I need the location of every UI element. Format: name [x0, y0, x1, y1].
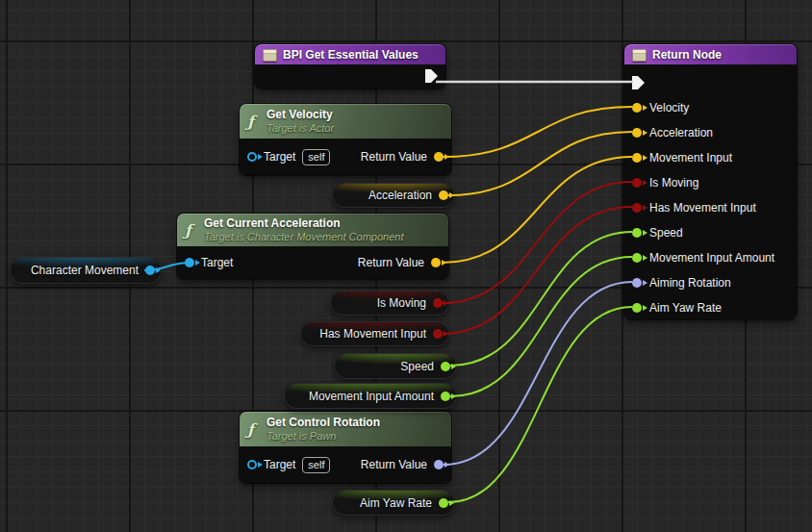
- node-return[interactable]: Return Node Velocity Acceleration Moveme…: [624, 44, 797, 319]
- pin-label: Return Value: [358, 256, 424, 269]
- var-node-aim-yaw-rate[interactable]: Aim Yaw Rate: [332, 490, 455, 516]
- var-node-label: Aim Yaw Rate: [360, 496, 432, 510]
- var-node-label: Character Movement: [31, 264, 139, 277]
- output-pin[interactable]: [433, 329, 443, 339]
- node-subtitle: Target is Character Movement Component: [204, 231, 403, 244]
- node-header[interactable]: ƒ Get Velocity Target is Actor: [240, 104, 451, 139]
- blueprint-graph-canvas[interactable]: BPI Get Essential Values Return Node Vel…: [0, 0, 812, 532]
- var-node-character-movement[interactable]: Character Movement: [10, 257, 162, 284]
- pin-label: Has Movement Input: [649, 201, 756, 215]
- var-node-label: Has Movement Input: [319, 327, 426, 341]
- pure-function-icon: ƒ: [247, 114, 261, 130]
- pin-label: Target: [264, 458, 295, 471]
- node-title: BPI Get Essential Values: [283, 48, 419, 62]
- wire-aiming-rotation[interactable]: [444, 282, 632, 465]
- target-input-pin[interactable]: [247, 152, 257, 162]
- return-pin-row-speed: Speed: [624, 220, 797, 245]
- output-pin[interactable]: [441, 392, 450, 401]
- return-pin-row-aiming-rotation: Aiming Rotation: [624, 270, 797, 295]
- pin-label: Speed: [649, 226, 683, 240]
- node-title: Get Control Rotation: [266, 416, 380, 430]
- wire-aim-yaw-rate[interactable]: [448, 307, 632, 502]
- return-pin-row-aim-yaw-rate: Aim Yaw Rate: [624, 295, 797, 320]
- return-pin-row-has-movement-input: Has Movement Input: [624, 195, 797, 220]
- wire-is-moving[interactable]: [442, 182, 632, 303]
- var-node-label: Movement Input Amount: [309, 390, 434, 403]
- pin-label: Acceleration: [649, 126, 713, 139]
- return-value-output-pin[interactable]: [434, 152, 444, 162]
- exec-input-row: [624, 70, 797, 95]
- pin-label: Aiming Rotation: [649, 276, 731, 290]
- input-pin-has-movement-input[interactable]: [632, 203, 642, 213]
- node-header[interactable]: BPI Get Essential Values: [255, 44, 445, 64]
- wire-acceleration[interactable]: [448, 132, 632, 195]
- exec-output-pin[interactable]: [425, 69, 438, 83]
- self-default-value[interactable]: self: [302, 149, 330, 165]
- output-pin[interactable]: [433, 298, 443, 308]
- return-pin-row-movement-input-amount: Movement Input Amount: [624, 245, 797, 270]
- pure-function-icon: ƒ: [185, 223, 198, 239]
- input-pin-is-moving[interactable]: [632, 178, 642, 188]
- output-pin[interactable]: [439, 498, 448, 508]
- input-pin-acceleration[interactable]: [632, 128, 642, 138]
- target-input-pin[interactable]: [185, 258, 194, 267]
- target-input-pin[interactable]: [247, 460, 257, 469]
- event-node-icon: [263, 49, 277, 62]
- input-pin-movement-input-amount[interactable]: [632, 253, 642, 263]
- input-pin-aim-yaw-rate[interactable]: [632, 303, 642, 313]
- return-value-output-pin[interactable]: [431, 258, 441, 267]
- node-get-current-acceleration[interactable]: ƒ Get Current Acceleration Target is Cha…: [177, 214, 448, 279]
- var-node-has-movement-input[interactable]: Has Movement Input: [300, 321, 449, 346]
- var-node-speed[interactable]: Speed: [334, 353, 457, 379]
- node-bpi-get-essential-values[interactable]: BPI Get Essential Values: [255, 44, 445, 89]
- var-node-acceleration[interactable]: Acceleration: [332, 183, 455, 208]
- return-pin-row-is-moving: Is Moving: [624, 170, 797, 195]
- pin-label: Target: [201, 256, 233, 269]
- wire-velocity[interactable]: [444, 107, 632, 157]
- pin-label: Velocity: [649, 101, 689, 114]
- var-node-is-moving[interactable]: Is Moving: [330, 291, 449, 316]
- output-pin[interactable]: [439, 190, 448, 200]
- return-value-output-pin[interactable]: [434, 460, 444, 469]
- node-title: Return Node: [652, 48, 722, 62]
- input-pin-speed[interactable]: [632, 228, 642, 238]
- node-title: Get Velocity: [266, 108, 334, 122]
- wire-movement-input-amount[interactable]: [450, 257, 632, 396]
- return-pin-row-movement-input: Movement Input: [624, 145, 797, 170]
- wire-movement-input[interactable]: [442, 157, 632, 263]
- node-get-velocity[interactable]: ƒ Get Velocity Target is Actor Target se…: [240, 104, 451, 175]
- node-get-control-rotation[interactable]: ƒ Get Control Rotation Target is Pawn Ta…: [240, 412, 451, 483]
- exec-input-pin[interactable]: [632, 76, 645, 89]
- node-header[interactable]: Return Node: [624, 44, 797, 64]
- pin-label: Target: [264, 150, 295, 164]
- input-pin-movement-input[interactable]: [632, 153, 642, 163]
- return-pin-row-acceleration: Acceleration: [624, 120, 797, 145]
- input-pin-aiming-rotation[interactable]: [632, 278, 642, 288]
- pure-function-icon: ƒ: [247, 422, 261, 438]
- input-pin-velocity[interactable]: [632, 103, 642, 113]
- node-header[interactable]: ƒ Get Control Rotation Target is Pawn: [240, 412, 451, 446]
- return-pin-row-velocity: Velocity: [624, 95, 797, 120]
- output-pin[interactable]: [145, 266, 155, 275]
- output-pin[interactable]: [441, 362, 450, 371]
- pin-label: Return Value: [361, 458, 427, 471]
- pin-label: Aim Yaw Rate: [649, 301, 722, 315]
- pin-label: Movement Input Amount: [649, 251, 774, 265]
- pin-label: Movement Input: [649, 151, 732, 165]
- node-title: Get Current Acceleration: [204, 216, 403, 231]
- self-default-value[interactable]: self: [302, 457, 330, 473]
- pin-label: Is Moving: [649, 176, 698, 190]
- node-subtitle: Target is Actor: [266, 122, 334, 136]
- var-node-label: Is Moving: [377, 296, 426, 310]
- node-subtitle: Target is Pawn: [266, 430, 380, 443]
- result-node-icon: [632, 49, 647, 62]
- pin-label: Return Value: [361, 150, 427, 164]
- wire-speed[interactable]: [450, 232, 632, 366]
- var-node-movement-input-amount[interactable]: Movement Input Amount: [284, 383, 457, 409]
- var-node-label: Acceleration: [368, 189, 432, 202]
- node-header[interactable]: ƒ Get Current Acceleration Target is Cha…: [177, 214, 448, 246]
- var-node-label: Speed: [400, 360, 434, 373]
- wire-has-movement-input[interactable]: [442, 207, 632, 334]
